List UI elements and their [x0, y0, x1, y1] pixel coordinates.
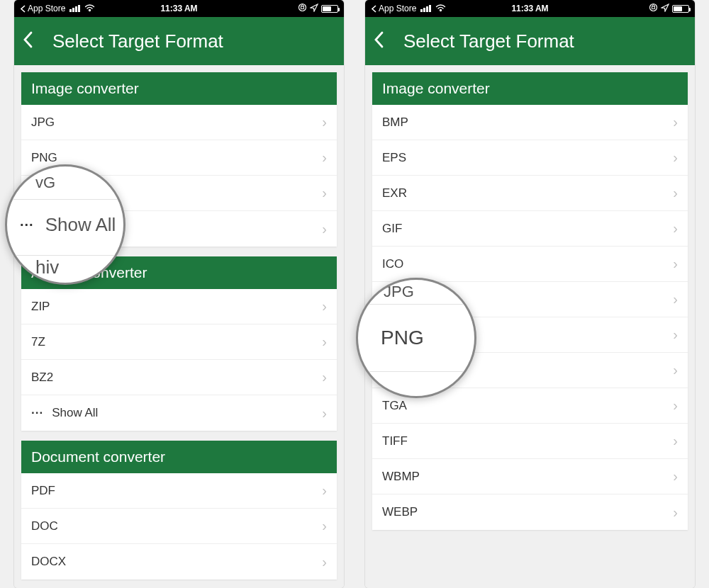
chevron-right-icon: ›: [673, 504, 678, 521]
orientation-lock-icon: [298, 3, 307, 14]
format-row-jpg[interactable]: JPG ›: [21, 105, 337, 140]
row-label: EXR: [382, 186, 407, 200]
status-back-label: App Store: [28, 4, 65, 13]
app-header: Select Target Format: [365, 17, 695, 65]
row-label: 7Z: [31, 335, 45, 349]
format-row-tiff[interactable]: TIFF›: [372, 424, 688, 459]
row-label: BMP: [382, 115, 408, 130]
chevron-right-icon: ›: [322, 554, 327, 570]
zoom-fragment-bottom: hiv: [35, 256, 59, 278]
row-label: GIF: [382, 222, 402, 236]
zoom-main-label: Show All: [45, 214, 116, 236]
chevron-left-icon: [20, 5, 26, 13]
row-label: EPS: [382, 151, 406, 165]
format-row-exr[interactable]: EXR›: [372, 176, 688, 211]
status-time: 11:33 AM: [160, 4, 197, 13]
row-label: ICO: [382, 257, 403, 271]
orientation-lock-icon: [649, 3, 658, 14]
row-label: ZIP: [31, 300, 50, 314]
ellipsis-icon: ···: [20, 217, 34, 233]
status-time: 11:33 AM: [511, 4, 548, 13]
format-row-gif[interactable]: GIF›: [372, 211, 688, 247]
page-title: Select Target Format: [403, 30, 574, 52]
chevron-right-icon: ›: [673, 433, 678, 449]
show-all-label: Show All: [52, 406, 98, 420]
location-icon: [310, 4, 318, 14]
show-all-row[interactable]: ··· Show All ›: [21, 395, 337, 431]
row-label: PNG: [31, 151, 57, 165]
status-bar: App Store 11:33 AM: [14, 0, 344, 17]
page-title: Select Target Format: [52, 30, 223, 52]
chevron-left-icon: [371, 5, 377, 13]
chevron-left-icon: [374, 31, 384, 48]
chevron-right-icon: ›: [322, 334, 327, 350]
zoom-fragment-top: vG: [35, 174, 55, 192]
wifi-icon: [84, 4, 95, 14]
signal-icon: [69, 5, 80, 12]
chevron-right-icon: ›: [322, 298, 327, 315]
chevron-right-icon: ›: [673, 185, 678, 201]
chevron-right-icon: ›: [673, 397, 678, 414]
back-to-app-store[interactable]: App Store: [371, 4, 416, 13]
signal-icon: [420, 5, 431, 12]
back-button[interactable]: [374, 31, 384, 51]
phone-screenshot-left: App Store 11:33 AM: [14, 0, 344, 588]
chevron-right-icon: ›: [322, 369, 327, 385]
zoom-fragment-top: JPG: [384, 283, 414, 301]
chevron-right-icon: ›: [673, 149, 678, 166]
chevron-right-icon: ›: [322, 518, 327, 534]
chevron-right-icon: ›: [322, 185, 327, 201]
row-label: JPG: [31, 115, 55, 130]
back-to-app-store[interactable]: App Store: [20, 4, 65, 13]
chevron-right-icon: ›: [673, 468, 678, 485]
zoom-main-label: PNG: [381, 327, 424, 349]
chevron-right-icon: ›: [322, 114, 327, 130]
ellipsis-icon: ···: [31, 406, 43, 420]
format-row-zip[interactable]: ZIP ›: [21, 289, 337, 324]
section-document-converter: Document converter PDF › DOC › DOCX ›: [21, 441, 337, 579]
battery-icon: [672, 5, 689, 13]
format-row-7z[interactable]: 7Z ›: [21, 324, 337, 360]
chevron-right-icon: ›: [673, 220, 678, 237]
row-label: TGA: [382, 399, 407, 413]
row-label: DOC: [31, 519, 58, 533]
content-area: Image converter JPG › PNG › › ··· Show A…: [14, 65, 344, 588]
format-row-pdf[interactable]: PDF ›: [21, 473, 337, 509]
section-header: Image converter: [372, 72, 688, 105]
chevron-right-icon: ›: [673, 327, 678, 343]
chevron-right-icon: ›: [673, 291, 678, 307]
chevron-right-icon: ›: [673, 362, 678, 378]
format-row-bmp[interactable]: BMP›: [372, 105, 688, 140]
row-label: ··· Show All: [31, 406, 98, 420]
chevron-right-icon: ›: [322, 482, 327, 499]
row-label: WBMP: [382, 470, 420, 484]
format-row-webp[interactable]: WEBP›: [372, 494, 688, 530]
row-label: BZ2: [31, 371, 53, 385]
format-row-eps[interactable]: EPS›: [372, 140, 688, 176]
wifi-icon: [435, 4, 446, 14]
row-label: TIFF: [382, 434, 408, 448]
row-label: PDF: [31, 484, 55, 498]
battery-icon: [321, 5, 338, 13]
section-header: Image converter: [21, 72, 337, 105]
format-row-wbmp[interactable]: WBMP›: [372, 459, 688, 494]
format-row-bz2[interactable]: BZ2 ›: [21, 360, 337, 395]
zoom-callout-show-all: vG ··· Show All hiv: [5, 164, 125, 285]
back-button[interactable]: [23, 31, 33, 51]
status-bar: App Store 11:33 AM: [365, 0, 695, 17]
chevron-right-icon: ›: [322, 221, 327, 237]
chevron-right-icon: ›: [322, 149, 327, 166]
status-back-label: App Store: [379, 4, 416, 13]
app-header: Select Target Format: [14, 17, 344, 65]
format-row-docx[interactable]: DOCX ›: [21, 544, 337, 579]
row-label: DOCX: [31, 555, 66, 569]
format-row-doc[interactable]: DOC ›: [21, 509, 337, 544]
format-row-ico[interactable]: ICO›: [372, 247, 688, 282]
chevron-right-icon: ›: [673, 256, 678, 272]
zoom-callout-png: JPG PNG: [356, 278, 476, 398]
chevron-right-icon: ›: [673, 114, 678, 130]
row-label: WEBP: [382, 505, 418, 519]
chevron-right-icon: ›: [322, 405, 327, 422]
section-header: Document converter: [21, 441, 337, 473]
chevron-left-icon: [23, 31, 33, 48]
